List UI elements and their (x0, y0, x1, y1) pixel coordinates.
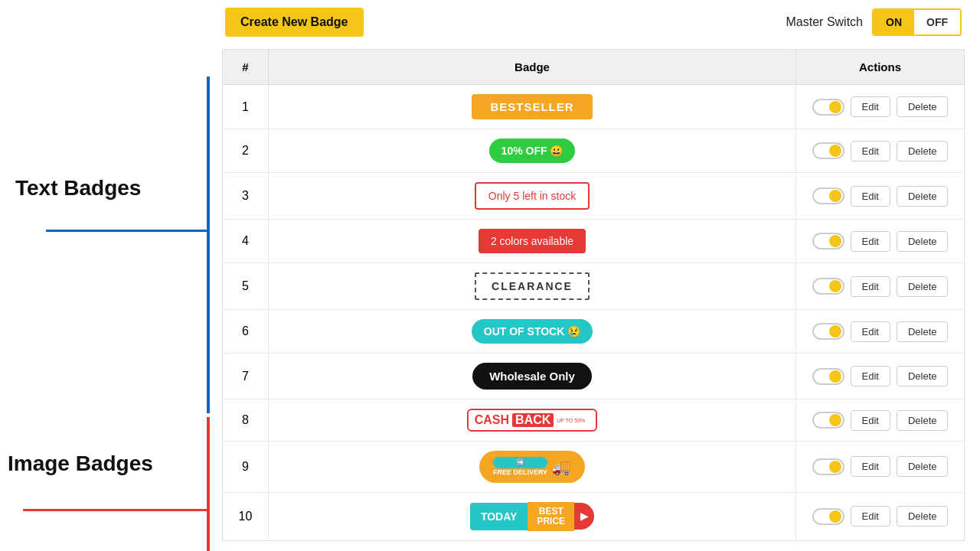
badge-cell: BESTSELLER (269, 85, 796, 129)
toggle-switch-5[interactable] (812, 278, 844, 295)
row-num: 2 (223, 129, 269, 173)
table-row: 2 10% OFF 😀 Edit Delete (223, 129, 965, 173)
badge-cell: ➡️ FREE DELIVERY 🚚 (269, 442, 796, 493)
badge-cell: CASH BACK UP TO 50% (269, 399, 796, 442)
edit-button-3[interactable]: Edit (851, 186, 890, 207)
edit-button-4[interactable]: Edit (851, 231, 890, 252)
edit-button-2[interactable]: Edit (851, 141, 890, 161)
edit-button-8[interactable]: Edit (851, 410, 890, 431)
col-header-num: # (223, 50, 269, 85)
row-num: 6 (223, 310, 269, 354)
badge-table: # Badge Actions 1 BESTSELLER Edit (222, 49, 965, 541)
edit-button-10[interactable]: Edit (851, 506, 890, 527)
actions-cell: Edit Delete (796, 399, 965, 442)
badge-bestseller: BESTSELLER (472, 94, 592, 119)
badge-clearance: CLEARANCE (475, 272, 590, 300)
switch-on-button[interactable]: ON (874, 10, 914, 34)
table-row: 1 BESTSELLER Edit Delete (223, 85, 965, 129)
badge-wholesale: Wholesale Only (472, 363, 592, 390)
table-row: 9 ➡️ FREE DELIVERY 🚚 E (223, 442, 965, 493)
toggle-switch-10[interactable] (812, 508, 844, 525)
text-badges-horizontal-line (46, 230, 207, 232)
row-num: 1 (223, 85, 269, 129)
actions-cell: Edit Delete (796, 173, 965, 220)
delete-button-8[interactable]: Delete (897, 410, 949, 431)
badge-colors: 2 colors available (479, 229, 586, 253)
badge-cell: OUT OF STOCK 😢 (269, 310, 796, 354)
row-num: 8 (223, 399, 269, 442)
delete-button-9[interactable]: Delete (897, 456, 949, 477)
delete-button-10[interactable]: Delete (897, 506, 949, 527)
top-bar: Create New Badge Master Switch ON OFF (222, 8, 965, 37)
delete-button-4[interactable]: Delete (897, 231, 949, 252)
col-header-badge: Badge (269, 50, 796, 85)
badge-cell: 10% OFF 😀 (269, 129, 796, 173)
delete-button-3[interactable]: Delete (897, 186, 949, 207)
table-row: 5 CLEARANCE Edit Delete (223, 263, 965, 310)
edit-button-9[interactable]: Edit (851, 456, 890, 477)
toggle-switch-8[interactable] (812, 412, 844, 429)
table-row: 7 Wholesale Only Edit Delete (223, 354, 965, 399)
delete-button-7[interactable]: Delete (897, 366, 949, 386)
badge-outofstock: OUT OF STOCK 😢 (472, 319, 593, 344)
master-switch-area: Master Switch ON OFF (786, 8, 962, 36)
actions-cell: Edit Delete (796, 85, 965, 129)
col-header-actions: Actions (796, 50, 965, 85)
text-badges-vertical-line (207, 77, 210, 413)
switch-off-button[interactable]: OFF (914, 10, 960, 34)
actions-cell: Edit Delete (796, 263, 965, 310)
toggle-switch-1[interactable] (812, 99, 844, 116)
sidebar: Text Badges Image Badges (0, 0, 214, 551)
row-num: 7 (223, 354, 269, 399)
badge-cell: Wholesale Only (269, 354, 796, 399)
table-row: 3 Only 5 left in stock Edit Delete (223, 173, 965, 220)
edit-button-5[interactable]: Edit (851, 276, 890, 297)
toggle-switch-6[interactable] (812, 323, 844, 340)
delete-button-1[interactable]: Delete (897, 96, 949, 117)
toggle-switch-7[interactable] (812, 368, 844, 385)
edit-button-1[interactable]: Edit (851, 96, 890, 117)
table-row: 4 2 colors available Edit Delete (223, 220, 965, 263)
badge-delivery: ➡️ FREE DELIVERY 🚚 (479, 451, 585, 483)
edit-button-7[interactable]: Edit (851, 366, 890, 386)
delete-button-5[interactable]: Delete (897, 276, 949, 297)
delete-button-2[interactable]: Delete (897, 141, 949, 161)
image-badges-label: Image Badges (8, 452, 153, 476)
master-switch-label: Master Switch (786, 15, 863, 29)
actions-cell: Edit Delete (796, 492, 965, 540)
badge-cashback: CASH BACK UP TO 50% (467, 409, 598, 432)
delete-button-6[interactable]: Delete (897, 321, 949, 342)
actions-cell: Edit Delete (796, 354, 965, 399)
table-header-row: # Badge Actions (223, 50, 965, 85)
table-row: 8 CASH BACK UP TO 50% Edi (223, 399, 965, 442)
text-badges-label: Text Badges (15, 176, 141, 201)
switch-buttons: ON OFF (872, 8, 962, 36)
badge-10off: 10% OFF 😀 (489, 139, 576, 163)
table-row: 6 OUT OF STOCK 😢 Edit Delete (223, 310, 965, 354)
row-num: 9 (223, 442, 269, 493)
toggle-switch-2[interactable] (812, 142, 844, 159)
actions-cell: Edit Delete (796, 220, 965, 263)
main-content: Create New Badge Master Switch ON OFF # … (214, 0, 980, 551)
edit-button-6[interactable]: Edit (851, 321, 890, 342)
toggle-switch-4[interactable] (812, 233, 844, 249)
toggle-switch-3[interactable] (812, 187, 844, 204)
image-badges-vertical-line (207, 417, 210, 551)
row-num: 4 (223, 220, 269, 263)
create-new-badge-button[interactable]: Create New Badge (225, 8, 364, 37)
image-badges-horizontal-line (23, 509, 207, 511)
actions-cell: Edit Delete (796, 129, 965, 173)
badge-cell: Only 5 left in stock (269, 173, 796, 220)
badge-stock: Only 5 left in stock (475, 182, 590, 210)
badge-cell: CLEARANCE (269, 263, 796, 310)
actions-cell: Edit Delete (796, 310, 965, 354)
actions-cell: Edit Delete (796, 442, 965, 493)
table-row: 10 TODAY BEST PRICE ▶ (223, 492, 965, 540)
row-num: 5 (223, 263, 269, 310)
badge-bestprice: TODAY BEST PRICE ▶ (470, 502, 594, 531)
row-num: 3 (223, 173, 269, 220)
badge-cell: TODAY BEST PRICE ▶ (269, 492, 796, 540)
row-num: 10 (223, 492, 269, 540)
toggle-switch-9[interactable] (812, 458, 844, 475)
badge-cell: 2 colors available (269, 220, 796, 263)
